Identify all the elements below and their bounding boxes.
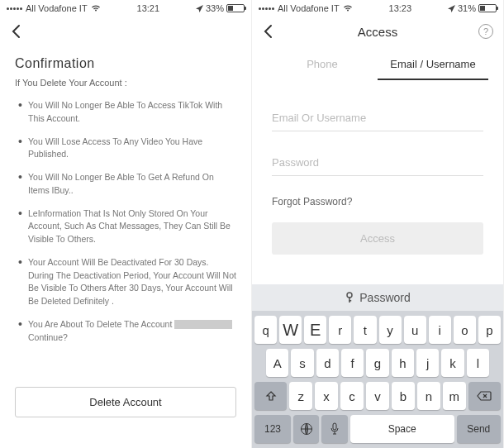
carrier-label: All Vodafone IT (278, 3, 340, 13)
mic-key[interactable] (321, 415, 347, 443)
email-field[interactable] (272, 105, 483, 131)
signal-icon (7, 7, 22, 10)
header: Access ? (252, 17, 503, 46)
numeric-key[interactable]: 123 (254, 415, 291, 443)
key-h[interactable]: h (392, 349, 414, 377)
send-key[interactable]: Send (457, 415, 501, 443)
signal-icon (259, 7, 274, 10)
location-icon (448, 5, 455, 12)
list-item: You Will No Longer Be Able To Access Tik… (18, 99, 236, 126)
key-m[interactable]: m (443, 382, 466, 410)
key-p[interactable]: p (478, 316, 501, 344)
content: Confirmation If You Delete Your Account … (0, 46, 251, 364)
tab-email-username[interactable]: Email / Username (378, 50, 488, 80)
wifi-icon (343, 4, 353, 12)
access-screen: All Vodafone IT 13:23 31% Access ? Phone… (252, 0, 504, 448)
tabs: Phone Email / Username (252, 50, 503, 80)
status-bar: All Vodafone IT 13:23 31% (252, 0, 503, 17)
key-k[interactable]: k (441, 349, 464, 377)
keyboard-row-2: A s d f g h j k l (254, 349, 501, 377)
keyboard-header: Password (252, 284, 503, 311)
list-item: Your Account Will Be Deactivated For 30 … (18, 256, 236, 308)
key-y[interactable]: y (379, 316, 402, 344)
key-v[interactable]: v (366, 382, 389, 410)
shift-key[interactable] (254, 382, 287, 410)
key-u[interactable]: u (404, 316, 426, 344)
keyboard-row-1: q W E r t y u i o p (254, 316, 501, 344)
header-title: Access (358, 25, 397, 39)
status-time: 13:21 (137, 3, 160, 13)
list-item: You Will Lose Access To Any Video You Ha… (18, 136, 236, 162)
list-item: You Are About To Delete The Account Cont… (18, 318, 236, 345)
globe-key[interactable] (293, 415, 319, 443)
keyboard-row-4: 123 Space Send (254, 415, 501, 443)
key-q[interactable]: q (254, 316, 277, 344)
key-f[interactable]: f (341, 349, 364, 377)
key-a[interactable]: A (266, 349, 288, 377)
space-key[interactable]: Space (350, 415, 454, 443)
battery-pct: 33% (206, 3, 224, 13)
tab-phone[interactable]: Phone (267, 50, 378, 80)
key-x[interactable]: x (315, 382, 338, 410)
header (0, 17, 251, 46)
bullet-text: Continue? (28, 332, 68, 342)
status-time: 13:23 (389, 3, 412, 13)
access-button[interactable]: Access (272, 222, 483, 255)
page-title: Confirmation (15, 56, 236, 71)
key-g[interactable]: g (366, 349, 388, 377)
back-button[interactable] (262, 24, 273, 39)
status-bar: All Vodafone IT 13:21 33% (0, 0, 251, 17)
key-w[interactable]: W (279, 316, 302, 344)
keyboard: Password q W E r t y u i o p A s d f g h… (252, 284, 503, 448)
key-icon (345, 292, 354, 303)
battery-pct: 31% (458, 3, 476, 13)
delete-account-button[interactable]: Delete Account (15, 387, 236, 417)
key-c[interactable]: c (340, 382, 364, 410)
help-button[interactable]: ? (478, 24, 493, 39)
bullet-text: You Are About To Delete The Account (28, 319, 174, 329)
keyboard-row-3: z x c v b n m (254, 382, 501, 410)
back-button[interactable] (10, 24, 21, 39)
page-subtitle: If You Delete Your Account : (15, 78, 236, 88)
bullet-list: You Will No Longer Be Able To Access Tik… (15, 99, 236, 344)
key-s[interactable]: s (291, 349, 313, 377)
list-item: You Will No Longer Be Able To Get A Refu… (18, 171, 236, 198)
password-field[interactable] (272, 150, 483, 176)
key-n[interactable]: n (417, 382, 440, 410)
svg-rect-2 (349, 300, 351, 302)
location-icon (196, 5, 203, 12)
key-o[interactable]: o (454, 316, 476, 344)
svg-rect-1 (349, 297, 350, 303)
redacted-block (174, 320, 232, 329)
key-l[interactable]: l (467, 349, 489, 377)
login-form: Forgot Password? Access (252, 80, 503, 266)
keyboard-header-label: Password (359, 291, 410, 304)
carrier-label: All Vodafone IT (26, 3, 88, 13)
key-b[interactable]: b (392, 382, 415, 410)
svg-rect-4 (333, 423, 336, 430)
key-i[interactable]: i (429, 316, 451, 344)
key-d[interactable]: d (316, 349, 339, 377)
key-t[interactable]: t (354, 316, 376, 344)
confirmation-screen: All Vodafone IT 13:21 33% Confirmation I… (0, 0, 252, 448)
forgot-password-link[interactable]: Forgot Password? (272, 196, 483, 207)
key-j[interactable]: j (416, 349, 439, 377)
battery-icon (478, 4, 497, 12)
key-z[interactable]: z (289, 382, 312, 410)
list-item: LeInformation That Is Not Only Stored On… (18, 207, 236, 246)
key-r[interactable]: r (329, 316, 351, 344)
wifi-icon (91, 4, 101, 12)
backspace-key[interactable] (468, 382, 501, 410)
battery-icon (226, 4, 245, 12)
key-e[interactable]: E (304, 316, 326, 344)
